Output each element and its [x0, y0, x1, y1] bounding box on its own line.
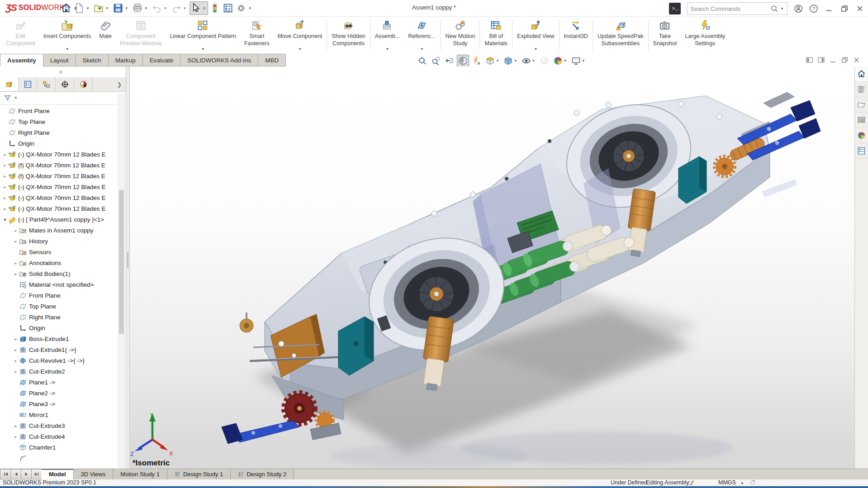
settings-gear-button[interactable]: ▼: [235, 1, 254, 15]
tree-item[interactable]: Plane3 ->: [0, 398, 118, 409]
tree-expand-icon[interactable]: ▸: [13, 434, 19, 439]
tree-item[interactable]: ▸Cut-Extrude2: [0, 366, 118, 377]
tree-expand-icon[interactable]: ▸: [2, 206, 8, 211]
panel-grip-dot[interactable]: [59, 71, 62, 74]
edit-appearance-button[interactable]: [538, 55, 550, 67]
user-account-icon[interactable]: [794, 4, 803, 13]
tree-item[interactable]: Sensors: [0, 246, 118, 257]
tree-expand-icon[interactable]: ▸: [13, 347, 19, 352]
nav-first-button[interactable]: [0, 469, 10, 479]
tree-item[interactable]: Origin: [0, 322, 118, 333]
undo-dropdown-icon[interactable]: ▼: [164, 6, 167, 10]
tree-item[interactable]: Plane2 ->: [0, 388, 118, 398]
graphics-viewport[interactable]: Y Z X *Isometric: [130, 66, 854, 469]
tree-expand-icon[interactable]: ▸: [13, 228, 19, 233]
task-pane-home[interactable]: [855, 66, 868, 82]
tree-item[interactable]: Chamfer1: [0, 442, 118, 453]
new-motion-study-command[interactable]: New MotionStudy: [441, 17, 479, 54]
tree-item[interactable]: ▸(-) QX-Motor 70mm 12 Blades E: [0, 192, 118, 203]
insert-components-command[interactable]: Insert Components▼: [39, 17, 95, 54]
tree-item[interactable]: Right Plane: [0, 312, 118, 322]
tree-item[interactable]: ▸(f) QX-Motor 70mm 12 Blades E: [0, 160, 118, 171]
select-cursor-dropdown-icon[interactable]: ▼: [203, 6, 206, 10]
print-dropdown-icon[interactable]: ▼: [144, 6, 148, 10]
splitter-grab-handle[interactable]: [127, 252, 128, 268]
minimize-button[interactable]: [825, 4, 834, 13]
show-hidden-command[interactable]: Show HiddenComponents: [327, 17, 369, 54]
tree-item[interactable]: Origin: [0, 138, 118, 149]
select-cursor-button[interactable]: ▼: [190, 1, 209, 15]
command-dropdown-icon[interactable]: ▼: [298, 47, 302, 52]
panel-splitter[interactable]: [126, 66, 130, 469]
tree-item[interactable]: Front Plane: [0, 290, 118, 301]
tree-scrollbar-thumb[interactable]: [119, 190, 124, 334]
tree-item[interactable]: Right Plane: [0, 127, 118, 138]
command-dropdown-icon[interactable]: ▼: [201, 47, 205, 52]
tree-expand-icon[interactable]: ▾: [2, 217, 8, 222]
rebuild-button[interactable]: [209, 1, 221, 15]
display-style-dropdown-icon[interactable]: ▼: [514, 59, 517, 63]
panel-tab-featuremanager[interactable]: [0, 77, 19, 91]
tree-filter-row[interactable]: ▼: [0, 91, 119, 105]
tree-expand-icon[interactable]: ▸: [13, 358, 19, 363]
previous-view-button[interactable]: [443, 55, 455, 67]
hide-show-items-button[interactable]: ▼: [520, 55, 537, 67]
assembly-features-command[interactable]: Assemb...▼: [371, 17, 404, 54]
tree-scrollbar[interactable]: [118, 94, 125, 468]
bottom-tab-3d-views[interactable]: 3D Views: [74, 469, 114, 479]
bottom-tab-motion-study-1[interactable]: Motion Study 1: [113, 469, 167, 479]
tab-sketch[interactable]: Sketch: [76, 54, 108, 66]
panel-tab-propertymanager[interactable]: [19, 77, 37, 91]
tab-markup[interactable]: Markup: [109, 54, 143, 66]
tab-evaluate[interactable]: Evaluate: [143, 54, 181, 66]
tab-mbd[interactable]: MBD: [258, 54, 286, 66]
tree-item[interactable]: ▸Cut-Extrude1{ ->}: [0, 344, 118, 355]
task-pane-file-explorer[interactable]: [855, 97, 868, 113]
tag-icon[interactable]: [749, 479, 755, 486]
options-list-button[interactable]: [222, 1, 234, 15]
tab-layout[interactable]: Layout: [43, 54, 76, 66]
redo-dropdown-icon[interactable]: ▼: [183, 6, 187, 10]
task-pane-custom-properties[interactable]: [855, 143, 868, 159]
tree-item[interactable]: ▸Cut-Extrude3: [0, 420, 118, 431]
tree-expand-icon[interactable]: ▸: [13, 336, 19, 341]
open-dropdown-icon[interactable]: ▼: [105, 6, 109, 10]
smart-fasteners-command[interactable]: SmartFasteners: [240, 17, 274, 54]
nav-prev-button[interactable]: [10, 469, 21, 479]
nav-next-button[interactable]: [21, 469, 31, 479]
tree-expand-icon[interactable]: ▸: [2, 174, 8, 179]
restore-button[interactable]: [840, 4, 849, 13]
tree-item[interactable]: [0, 453, 118, 464]
tree-item[interactable]: ▸(-) QX-Motor 70mm 12 Blades E: [0, 203, 118, 214]
zoom-to-fit-button[interactable]: [416, 55, 428, 67]
tree-item[interactable]: Top Plane: [0, 116, 118, 127]
panel-tab-configurationmanager[interactable]: [37, 77, 56, 91]
instant3d-command[interactable]: Instant3D: [560, 17, 593, 54]
tree-expand-icon[interactable]: ▸: [2, 163, 8, 168]
tree-item[interactable]: ▸AAnnotations: [0, 257, 118, 268]
filter-funnel-icon[interactable]: [4, 94, 11, 102]
units-label[interactable]: MMGS: [718, 479, 736, 486]
pane-left-button[interactable]: [806, 56, 813, 66]
win-min-button[interactable]: [829, 56, 837, 66]
tree-expand-icon[interactable]: ▸: [2, 152, 8, 157]
view-settings-dropdown-icon[interactable]: ▼: [582, 59, 585, 63]
tab-solidworks-add-ins[interactable]: SOLIDWORKS Add-Ins: [180, 54, 258, 66]
mate-command[interactable]: Mate: [95, 17, 116, 54]
filter-dropdown-icon[interactable]: ▼: [14, 96, 18, 100]
command-dropdown-icon[interactable]: ▼: [386, 47, 389, 52]
close-button[interactable]: [855, 4, 864, 13]
view-settings-button[interactable]: ▼: [570, 55, 587, 67]
tree-expand-icon[interactable]: ▸: [13, 369, 19, 374]
search-icon[interactable]: [770, 5, 778, 13]
help-icon[interactable]: ?: [809, 4, 818, 13]
save-dropdown-icon[interactable]: ▼: [125, 6, 128, 10]
large-assembly-settings-command[interactable]: Large AssemblySettings: [681, 17, 729, 54]
tree-item[interactable]: ▸Cut-Revolve1 ->{ ->}: [0, 355, 118, 366]
task-pane-appearances[interactable]: [855, 128, 868, 143]
section-view-button[interactable]: [457, 55, 469, 67]
search-commands-box[interactable]: ▼: [687, 2, 787, 15]
new-doc-button[interactable]: ▼: [73, 1, 92, 15]
tree-item[interactable]: Top Plane: [0, 301, 118, 312]
apply-scene-dropdown-icon[interactable]: ▼: [564, 59, 567, 63]
